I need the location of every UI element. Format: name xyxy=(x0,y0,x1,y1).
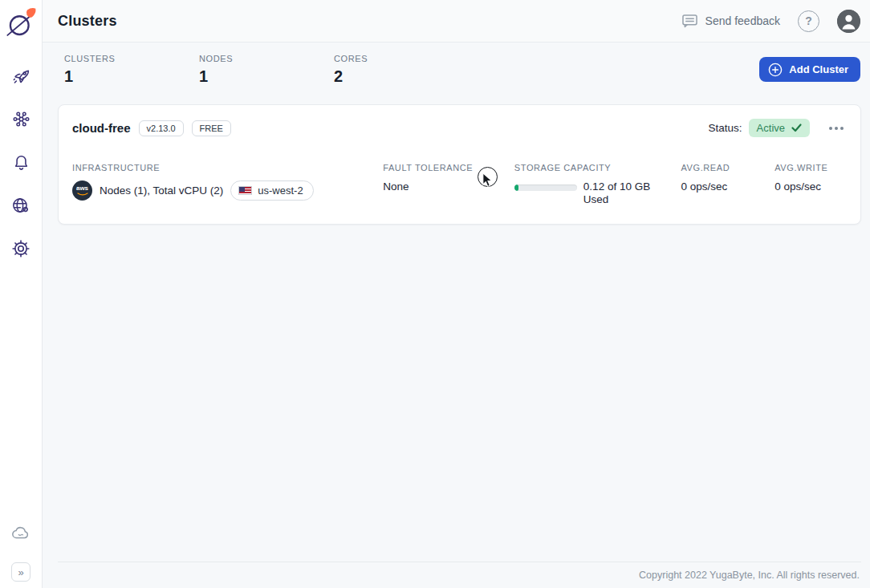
infrastructure-column: INFRASTRUCTURE aws Nodes (1), Total vCPU… xyxy=(72,163,383,206)
stat-clusters: CLUSTERS 1 xyxy=(64,54,199,86)
cloud-status-icon[interactable] xyxy=(5,517,37,549)
stat-cores-value: 2 xyxy=(334,67,469,86)
sidebar-item-clusters[interactable] xyxy=(5,103,37,135)
question-mark-icon: ? xyxy=(805,14,812,27)
yugabyte-logo-icon xyxy=(4,6,38,40)
infrastructure-value: Nodes (1), Total vCPU (2) xyxy=(100,185,223,197)
cluster-version-badge: v2.13.0 xyxy=(139,120,184,136)
sidebar-bottom: » xyxy=(5,517,37,588)
stat-cores: CORES 2 xyxy=(334,54,469,86)
storage-capacity-column: STORAGE CAPACITY 0.12 of 10 GB Used xyxy=(514,163,681,206)
yugabyte-logo[interactable] xyxy=(0,0,43,47)
top-bar: Clusters Send feedback ? xyxy=(43,0,870,43)
stat-clusters-value: 1 xyxy=(64,67,199,86)
fault-tolerance-value: None xyxy=(383,180,514,193)
avg-read-value: 0 ops/sec xyxy=(681,180,774,193)
cluster-actions-menu-button[interactable] xyxy=(826,122,847,135)
cluster-status: Status: Active xyxy=(709,119,847,137)
cloud-icon xyxy=(10,523,31,544)
add-cluster-button[interactable]: Add Cluster xyxy=(759,57,860,82)
storage-capacity-value: 0.12 of 10 GB Used xyxy=(583,180,654,206)
aws-provider-icon: aws xyxy=(72,180,92,201)
stat-nodes: NODES 1 xyxy=(199,54,334,86)
status-label: Status: xyxy=(709,122,742,134)
avg-read-label: AVG.READ xyxy=(681,163,774,172)
sidebar-item-settings[interactable] xyxy=(5,233,37,265)
send-feedback-button[interactable]: Send feedback xyxy=(681,14,780,28)
status-badge: Active xyxy=(749,119,810,137)
fault-tolerance-column: FAULT TOLERANCE None xyxy=(383,163,514,206)
avg-write-value: 0 ops/sec xyxy=(774,180,847,193)
storage-capacity-label: STORAGE CAPACITY xyxy=(514,163,681,172)
status-value: Active xyxy=(757,122,785,134)
cluster-card-header: cloud-free v2.13.0 FREE Status: Active xyxy=(72,119,847,137)
stat-nodes-value: 1 xyxy=(199,67,334,86)
user-avatar-icon xyxy=(837,10,860,33)
fault-tolerance-label: FAULT TOLERANCE xyxy=(383,163,514,172)
add-cluster-label: Add Cluster xyxy=(789,63,848,75)
send-feedback-label: Send feedback xyxy=(705,14,780,27)
topbar-actions: Send feedback ? xyxy=(681,10,860,33)
cluster-card-body: INFRASTRUCTURE aws Nodes (1), Total vCPU… xyxy=(72,163,847,206)
clusters-network-icon xyxy=(11,109,31,129)
aws-smile-icon xyxy=(77,193,88,196)
cluster-stats-row: CLUSTERS 1 NODES 1 CORES 2 Add Cluster xyxy=(43,43,870,96)
avg-write-label: AVG.WRITE xyxy=(774,163,847,172)
cluster-tier-badge: FREE xyxy=(192,120,231,136)
footer: Copyright 2022 YugaByte, Inc. All rights… xyxy=(58,562,861,588)
feedback-message-icon xyxy=(681,14,698,28)
region-name: us-west-2 xyxy=(258,185,303,197)
cluster-card[interactable]: cloud-free v2.13.0 FREE Status: Active I… xyxy=(58,104,861,225)
main-area: Clusters Send feedback ? xyxy=(43,0,870,588)
alerts-bell-icon xyxy=(11,152,31,172)
network-access-globe-gear-icon xyxy=(10,195,31,216)
cluster-name[interactable]: cloud-free xyxy=(72,121,131,135)
copyright-text: Copyright 2022 YugaByte, Inc. All rights… xyxy=(639,570,861,581)
stat-clusters-label: CLUSTERS xyxy=(64,54,199,63)
infrastructure-label: INFRASTRUCTURE xyxy=(72,163,383,172)
plus-circle-icon xyxy=(768,63,783,77)
page-title: Clusters xyxy=(58,13,117,30)
check-icon xyxy=(791,124,802,132)
stat-cores-label: CORES xyxy=(334,54,469,63)
user-avatar[interactable] xyxy=(837,10,860,33)
us-flag-icon xyxy=(238,186,252,195)
region-pill: us-west-2 xyxy=(230,180,313,201)
storage-progress-bar xyxy=(514,185,577,191)
sidebar-item-network-access[interactable] xyxy=(5,189,37,221)
rocket-icon xyxy=(11,66,31,86)
sidebar-item-getting-started[interactable] xyxy=(5,59,37,91)
aws-label: aws xyxy=(76,185,88,192)
avg-read-column: AVG.READ 0 ops/sec xyxy=(681,163,774,206)
storage-progress-fill xyxy=(514,185,518,191)
avg-write-column: AVG.WRITE 0 ops/sec xyxy=(774,163,847,206)
help-button[interactable]: ? xyxy=(798,10,819,32)
expand-sidebar-button[interactable]: » xyxy=(11,562,30,582)
sidebar-item-alerts[interactable] xyxy=(5,146,37,178)
stat-nodes-label: NODES xyxy=(199,54,334,63)
sidebar: » xyxy=(0,0,43,588)
settings-gear-icon xyxy=(10,238,31,259)
